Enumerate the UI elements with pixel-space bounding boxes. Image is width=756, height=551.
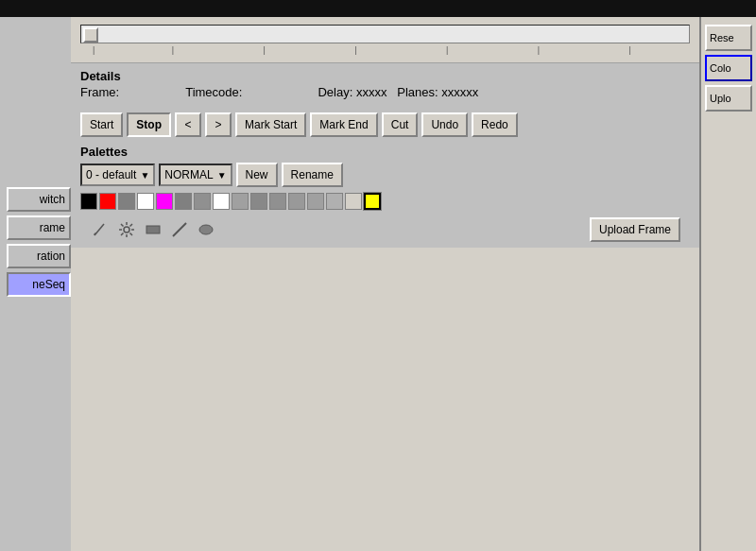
start-button[interactable]: Start	[80, 112, 123, 137]
right-panel: Rese Colo Uplo	[699, 17, 756, 551]
upload-button[interactable]: Uplo	[705, 85, 752, 112]
rename-palette-button[interactable]: Rename	[282, 163, 343, 187]
toolbar-row: Start Stop < > Mark Start Mark End Cut U…	[71, 109, 699, 141]
timecode-label: Timecode:	[185, 85, 242, 99]
details-row: Frame: Timecode: Delay: xxxxx Planes: xx…	[80, 85, 690, 99]
next-button[interactable]: >	[205, 112, 232, 137]
gear-icon[interactable]	[116, 219, 137, 240]
reset-button[interactable]: Rese	[705, 25, 752, 51]
swatch-gray7[interactable]	[288, 193, 305, 210]
cut-button[interactable]: Cut	[382, 112, 419, 137]
swatch-white3[interactable]	[345, 193, 362, 210]
swatch-white2[interactable]	[213, 193, 230, 210]
swatch-gray3[interactable]	[194, 193, 211, 210]
prev-button[interactable]: <	[175, 112, 201, 137]
swatch-gray4[interactable]	[232, 193, 249, 210]
ellipse-icon[interactable]	[196, 219, 216, 240]
redo-button[interactable]: Redo	[472, 112, 518, 137]
swatch-gray1[interactable]	[118, 193, 135, 210]
upload-frame-button[interactable]: Upload Frame	[590, 217, 680, 242]
sidebar-item-ration[interactable]: ration	[7, 244, 71, 268]
mode-select-arrow: ▼	[217, 170, 227, 181]
palettes-section: Palettes 0 - default ▼ NORMAL ▼ New Rena…	[71, 141, 699, 248]
left-sidebar: witch rame ration neSeq	[0, 17, 71, 551]
swatch-red[interactable]	[99, 193, 116, 210]
timeline-slider[interactable]	[83, 27, 98, 43]
swatch-black[interactable]	[80, 193, 97, 210]
mark-start-button[interactable]: Mark Start	[235, 112, 306, 137]
rectangle-icon[interactable]	[143, 219, 163, 240]
svg-rect-3	[146, 226, 160, 233]
palettes-label: Palettes	[80, 145, 690, 159]
mode-select[interactable]: NORMAL ▼	[159, 164, 232, 186]
swatch-gray8[interactable]	[307, 193, 324, 210]
main-content: | | | | | | | Details Frame: Timecode: D…	[71, 17, 699, 551]
swatch-gray9[interactable]	[326, 193, 343, 210]
sidebar-item-frame[interactable]: rame	[7, 215, 71, 240]
timeline-ticks: | | | | | | |	[80, 45, 690, 57]
sidebar-item-switch[interactable]: witch	[7, 187, 71, 212]
undo-button[interactable]: Undo	[421, 112, 468, 137]
swatch-gray2[interactable]	[175, 193, 192, 210]
palette-select-arrow: ▼	[140, 170, 149, 181]
svg-point-5	[199, 225, 213, 234]
tools-row	[90, 217, 216, 242]
svg-line-4	[173, 223, 186, 236]
swatch-yellow[interactable]	[364, 193, 381, 210]
top-black-bar	[0, 0, 756, 17]
timeline-area: | | | | | | |	[71, 17, 699, 63]
timeline-track[interactable]	[80, 25, 690, 43]
frame-label: Frame:	[80, 85, 119, 99]
svg-point-2	[124, 227, 129, 232]
new-palette-button[interactable]: New	[236, 163, 278, 187]
delay-label: Delay: xxxxx Planes: xxxxxx	[318, 85, 478, 99]
details-section: Details Frame: Timecode: Delay: xxxxx Pl…	[71, 63, 699, 109]
tools-and-upload: Upload Frame	[80, 215, 690, 244]
swatch-magenta[interactable]	[156, 193, 173, 210]
palette-select[interactable]: 0 - default ▼	[80, 164, 155, 186]
details-label: Details	[80, 69, 690, 83]
color-button[interactable]: Colo	[705, 55, 752, 81]
mark-end-button[interactable]: Mark End	[310, 112, 377, 137]
pencil-icon[interactable]	[90, 219, 111, 240]
swatch-gray5[interactable]	[250, 193, 267, 210]
swatch-gray6[interactable]	[269, 193, 286, 210]
swatch-white1[interactable]	[137, 193, 154, 210]
palette-controls: 0 - default ▼ NORMAL ▼ New Rename	[80, 163, 690, 187]
color-swatches	[80, 193, 690, 210]
line-icon[interactable]	[169, 219, 190, 240]
stop-button[interactable]: Stop	[127, 112, 171, 137]
sidebar-item-neseq[interactable]: neSeq	[7, 272, 71, 297]
bottom-area	[71, 248, 699, 551]
